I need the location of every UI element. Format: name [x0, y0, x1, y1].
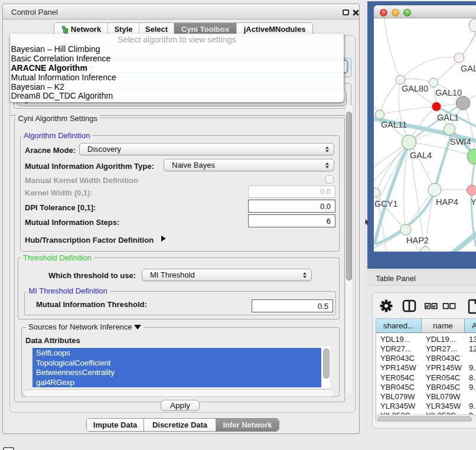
algorithm-option[interactable]: Bayesian – K2	[11, 82, 344, 92]
graph-node-gal80[interactable]	[396, 75, 405, 84]
check-all-icon-part[interactable]	[426, 305, 429, 308]
table-cell: 9.	[465, 383, 476, 392]
manual-kernel-label: Manual Kernel Width Definition	[25, 176, 138, 185]
column-header-name[interactable]: name	[422, 319, 465, 333]
close-icon[interactable]	[353, 9, 359, 16]
table-row[interactable]: YBR043CYBR043C	[376, 354, 476, 363]
graph-node-hap4[interactable]	[428, 184, 441, 197]
network-view-titlebar[interactable]	[374, 5, 476, 18]
algorithm-option[interactable]: Bayesian – Hill Climbing	[11, 45, 344, 54]
table-cell: 12	[465, 344, 476, 353]
uncheck-all-icon[interactable]	[444, 304, 455, 309]
table-row[interactable]: YPR145WYPR145W9.	[376, 363, 476, 373]
column-header-A[interactable]: A	[465, 319, 476, 333]
graph-node-gcy1[interactable]	[374, 188, 380, 197]
graph-node-gal11[interactable]	[375, 110, 384, 119]
aracne-mode-label: Aracne Mode:	[25, 146, 76, 155]
gear-icon-part[interactable]	[384, 304, 388, 308]
graph-node-top[interactable]	[469, 19, 476, 32]
graph-node-botm[interactable]	[420, 247, 430, 252]
network-graph: GALGAL80GAL10GAL1GAL11SWI4GAL4GCY1HAP4YH…	[374, 18, 476, 252]
algorithm-option[interactable]: ARACNE Algorithm	[11, 63, 344, 73]
mini-button-fragment[interactable]	[3, 447, 14, 450]
node-label: GAL11	[381, 120, 407, 129]
which-threshold-combo[interactable]: MI Threshold	[142, 269, 312, 281]
apply-button[interactable]: Apply	[161, 400, 200, 411]
hub-definition-label[interactable]: Hub/Transcription Factor Definition	[25, 236, 154, 244]
collapse-arrow-icon[interactable]	[134, 325, 141, 330]
mi-type-combo[interactable]: Naive Bayes	[164, 159, 334, 171]
attribute-item[interactable]: gal4RGexp	[32, 377, 321, 387]
attributes-hscrollbar[interactable]	[23, 389, 335, 397]
control-panel-titlebar[interactable]: Control Panel	[3, 4, 359, 19]
network-tab-icon-part	[62, 26, 65, 29]
split-columns-icon[interactable]	[403, 301, 415, 311]
expand-arrow-icon[interactable]	[161, 236, 166, 242]
mi-threshold-field[interactable]: 0.5	[252, 299, 333, 312]
data-attributes-list[interactable]: SelfLoopsTopologicalCoefficientBetweenne…	[32, 347, 330, 388]
mi-threshold-title: MI Threshold Definition	[26, 287, 109, 295]
data-attributes-selection: SelfLoopsTopologicalCoefficientBetweenne…	[32, 348, 321, 387]
bottom-tab-infer-network[interactable]: Infer Network	[216, 419, 279, 431]
combo-arrow-down-icon	[325, 166, 329, 168]
manual-kernel-checkbox[interactable]	[325, 175, 334, 184]
uncheck-all-icon-part[interactable]	[444, 304, 449, 309]
settings-scrollbar-thumb[interactable]	[346, 112, 352, 281]
kernel-width-field[interactable]: 0.0	[248, 185, 335, 198]
combo-arrow-up-icon	[303, 272, 307, 275]
table-row[interactable]: YBL079WYBL079W	[376, 392, 476, 401]
algorithm-option[interactable]: Basic Correlation Inference	[11, 54, 344, 63]
attribute-item[interactable]: BetweennessCentrality	[32, 368, 321, 378]
check-all-icon-part[interactable]	[433, 305, 436, 308]
algorithm-option[interactable]: Dream8 DC_TDC Algorithm	[11, 91, 344, 100]
table-row[interactable]: YDL19...YDL19...13	[376, 335, 476, 344]
column-header-shared[interactable]: shared...	[376, 319, 422, 333]
table-panel-box: shared...nameA YDL19...YDL19...13YDR27..…	[372, 292, 476, 429]
minimize-traffic-light-icon[interactable]	[392, 9, 399, 17]
table-cell: YDL19...	[376, 335, 422, 344]
check-all-icon[interactable]	[425, 304, 437, 309]
table-row[interactable]: YLR345WYLR345W9.	[376, 401, 476, 410]
graph-node-gal10[interactable]	[429, 79, 438, 87]
attribute-item[interactable]: TopologicalCoefficient	[32, 358, 321, 368]
table-row[interactable]: YBR045CYBR045C9.	[376, 382, 476, 392]
aracne-mode-combo[interactable]: Discovery	[79, 143, 334, 155]
algorithm-dropdown-popup: Select algorithm to view settings Bayesi…	[10, 34, 344, 102]
attribute-item[interactable]: SelfLoops	[32, 348, 321, 358]
table-hscrollbar-thumb[interactable]	[377, 416, 472, 422]
float-window-icon[interactable]	[343, 9, 349, 15]
algorithm-option[interactable]: Mutual Information Inference	[11, 73, 344, 82]
graph-node-pink2[interactable]	[467, 185, 476, 195]
graph-edge	[380, 80, 400, 115]
graph-node-gal4[interactable]	[402, 135, 416, 150]
document-icon[interactable]	[469, 300, 476, 313]
graph-node-grn[interactable]	[467, 149, 476, 164]
table-row[interactable]: YER054CYER054C8.	[376, 373, 476, 382]
attributes-scrollbar-thumb[interactable]	[323, 348, 330, 379]
graph-node-pink1[interactable]	[454, 53, 464, 63]
network-canvas[interactable]: GALGAL80GAL10GAL1GAL11SWI4GAL4GCY1HAP4YH…	[374, 18, 476, 252]
tab-label: Network	[71, 25, 101, 34]
combo-arrows-icon	[325, 144, 329, 155]
graph-edge	[374, 142, 409, 182]
dpi-tolerance-label: DPI Tolerance [0,1]:	[25, 203, 96, 212]
table-hscrollbar[interactable]	[376, 415, 476, 422]
graph-node-swi4[interactable]	[444, 123, 455, 135]
table-row[interactable]: YDR27...YDR27...12	[376, 344, 476, 354]
bottom-tab-discretize-data[interactable]: Discretize Data	[144, 419, 216, 431]
sources-title-text: Sources for Network Inference	[28, 322, 132, 331]
table-cell: 13	[465, 335, 476, 344]
zoom-traffic-light-icon[interactable]	[403, 9, 411, 17]
algorithm-list: Bayesian – Hill ClimbingBasic Correlatio…	[11, 45, 344, 101]
graph-node-gal1[interactable]	[432, 102, 441, 111]
dpi-tolerance-field[interactable]: 0.0	[248, 200, 335, 213]
uncheck-all-icon-part[interactable]	[450, 304, 455, 309]
aracne-mode-value: Discovery	[80, 145, 121, 154]
graph-node-gray1[interactable]	[456, 96, 470, 110]
mi-steps-field[interactable]: 6	[248, 214, 335, 227]
close-icon-part[interactable]	[354, 11, 358, 15]
graph-node-hap2[interactable]	[400, 224, 411, 235]
bottom-tab-impute-data[interactable]: Impute Data	[87, 419, 144, 431]
close-traffic-light-icon[interactable]	[380, 9, 387, 17]
gear-icon[interactable]	[380, 300, 393, 312]
